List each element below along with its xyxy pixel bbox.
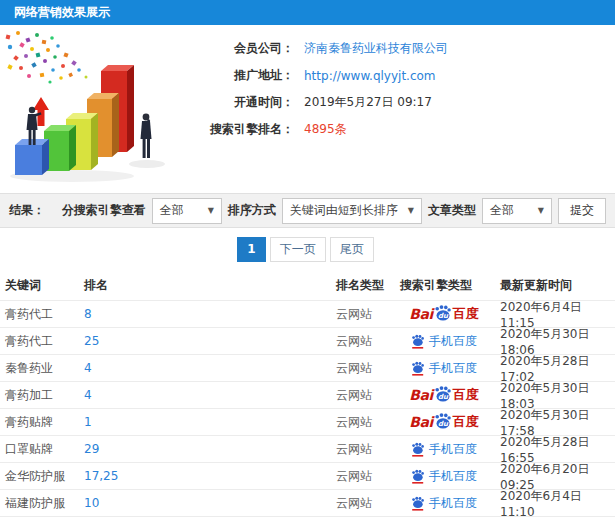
info-row-member: 会员公司： 济南秦鲁药业科技有限公司 — [186, 35, 448, 62]
filter-controls: 分搜索引擎查看 全部 ▼ 排序方式 关键词由短到长排序 ▼ 文章类型 全部 ▼ … — [62, 198, 606, 224]
mobile-baidu-logo: 手机百度 — [411, 333, 477, 350]
rank-type-cell: 云网站 — [336, 333, 396, 350]
rank-type-cell: 云网站 — [336, 468, 396, 485]
pagination: 1 下一页 尾页 — [0, 228, 615, 270]
table-row: 福建防护服 10 云网站 Bai du 百度 — [0, 489, 615, 516]
engine-rank-count: 4895条 — [304, 121, 347, 138]
promo-url-link[interactable]: http://www.qlyyjt.com — [304, 69, 436, 83]
baidu-paw-icon: du — [434, 386, 452, 402]
profile-section: 会员公司： 济南秦鲁药业科技有限公司 推广地址： http://www.qlyy… — [0, 25, 615, 193]
rank-type-cell: 云网站 — [336, 414, 396, 431]
table-header-row: 关键词 排名 排名类型 搜索引擎类型 最新更新时间 — [0, 270, 615, 300]
chevron-down-icon: ▼ — [208, 206, 214, 215]
header-engine-type: 搜索引擎类型 — [396, 277, 492, 294]
table-row: 膏药贴牌 1 云网站 Bai du 百度 — [0, 408, 615, 435]
rank-cell[interactable]: 4 — [84, 361, 336, 375]
member-company-label: 会员公司： — [186, 40, 294, 57]
baidu-paw-icon: du — [434, 413, 452, 429]
open-time-label: 开通时间： — [186, 94, 294, 111]
confetti-dots — [6, 31, 88, 84]
mobile-baidu-paw-icon — [411, 334, 425, 349]
engine-cell: Bai du 百度 — [396, 305, 492, 323]
mobile-baidu-paw-icon — [411, 442, 425, 457]
engine-cell: Bai du 百度 — [396, 333, 492, 350]
sort-filter-label: 排序方式 — [228, 202, 276, 219]
rank-type-cell: 云网站 — [336, 306, 396, 323]
engine-filter-select[interactable]: 全部 ▼ — [152, 198, 222, 224]
last-page-button[interactable]: 尾页 — [330, 237, 374, 262]
baidu-cn-text: 百度 — [453, 305, 479, 323]
header-rank-type: 排名类型 — [336, 277, 396, 294]
updated-cell: 2020年6月4日 11:10 — [492, 488, 615, 519]
table-body: 膏药代工 8 云网站 Bai du 百度 — [0, 300, 615, 516]
table-row: 膏药加工 4 云网站 Bai du 百度 — [0, 381, 615, 408]
filter-bar: 结果： 分搜索引擎查看 全部 ▼ 排序方式 关键词由短到长排序 ▼ 文章类型 全… — [0, 193, 615, 228]
submit-button[interactable]: 提交 — [558, 198, 606, 224]
baidu-du-text: du — [438, 420, 449, 428]
engine-cell: Bai du 百度 — [396, 386, 492, 404]
mobile-baidu-logo: 手机百度 — [411, 360, 477, 377]
page-title: 网络营销效果展示 — [14, 5, 110, 19]
rank-cell[interactable]: 1 — [84, 415, 336, 429]
mobile-baidu-text: 手机百度 — [429, 441, 477, 458]
mobile-baidu-paw-icon — [411, 469, 425, 484]
baidu-cn-text: 百度 — [453, 413, 479, 431]
mobile-baidu-text: 手机百度 — [429, 333, 477, 350]
engine-cell: Bai du 百度 — [396, 495, 492, 512]
baidu-logo: Bai du 百度 — [409, 305, 478, 323]
sort-filter-value: 关键词由短到长排序 — [290, 202, 398, 219]
table-row: 膏药代工 25 云网站 Bai du 百度 — [0, 327, 615, 354]
page-button-current[interactable]: 1 — [237, 237, 265, 262]
keyword-cell: 金华防护服 — [0, 468, 84, 485]
rank-cell[interactable]: 25 — [84, 334, 336, 348]
rank-cell[interactable]: 10 — [84, 496, 336, 510]
table-row: 金华防护服 17,25 云网站 Bai du 百度 — [0, 462, 615, 489]
chevron-down-icon: ▼ — [538, 206, 544, 215]
bar-chart-illustration-svg — [2, 29, 186, 189]
bar-blue — [15, 139, 49, 175]
keyword-cell: 膏药代工 — [0, 306, 84, 323]
engine-cell: Bai du 百度 — [396, 468, 492, 485]
info-row-engine-rank: 搜索引擎排名： 4895条 — [186, 116, 448, 143]
rank-type-cell: 云网站 — [336, 495, 396, 512]
engine-cell: Bai du 百度 — [396, 413, 492, 431]
engine-filter-value: 全部 — [160, 202, 184, 219]
keyword-cell: 膏药加工 — [0, 387, 84, 404]
rank-cell[interactable]: 29 — [84, 442, 336, 456]
baidu-bai-text: Bai — [409, 414, 432, 430]
keyword-cell: 膏药贴牌 — [0, 414, 84, 431]
engine-cell: Bai du 百度 — [396, 441, 492, 458]
baidu-logo: Bai du 百度 — [409, 386, 478, 404]
results-table: 关键词 排名 排名类型 搜索引擎类型 最新更新时间 膏药代工 8 云网站 Bai… — [0, 270, 615, 520]
mobile-baidu-logo: 手机百度 — [411, 468, 477, 485]
baidu-cn-text: 百度 — [453, 386, 479, 404]
page-header: 网络营销效果展示 — [0, 0, 615, 25]
baidu-logo: Bai du 百度 — [409, 413, 478, 431]
member-company-link[interactable]: 济南秦鲁药业科技有限公司 — [304, 40, 448, 57]
baidu-bai-text: Bai — [409, 306, 432, 322]
chevron-down-icon: ▼ — [408, 206, 414, 215]
keyword-cell: 膏药代工 — [0, 333, 84, 350]
mobile-baidu-text: 手机百度 — [429, 495, 477, 512]
open-time-value: 2019年5月27日 09:17 — [304, 94, 432, 111]
rank-cell[interactable]: 17,25 — [84, 469, 336, 483]
table-row: 秦鲁药业 4 云网站 Bai du 百度 — [0, 354, 615, 381]
result-label: 结果： — [9, 202, 45, 219]
account-info: 会员公司： 济南秦鲁药业科技有限公司 推广地址： http://www.qlyy… — [186, 25, 448, 193]
engine-filter-label: 分搜索引擎查看 — [62, 202, 146, 219]
mobile-baidu-paw-icon — [411, 361, 425, 376]
article-type-label: 文章类型 — [428, 202, 476, 219]
baidu-du-text: du — [438, 393, 449, 401]
article-type-select[interactable]: 全部 ▼ — [482, 198, 552, 224]
rank-cell[interactable]: 4 — [84, 388, 336, 402]
mobile-baidu-logo: 手机百度 — [411, 441, 477, 458]
baidu-bai-text: Bai — [409, 387, 432, 403]
engine-rank-label: 搜索引擎排名： — [186, 121, 294, 138]
table-row: 膏药代工 8 云网站 Bai du 百度 — [0, 300, 615, 327]
promo-url-label: 推广地址： — [186, 67, 294, 84]
sort-filter-select[interactable]: 关键词由短到长排序 ▼ — [282, 198, 422, 224]
next-page-button[interactable]: 下一页 — [270, 237, 326, 262]
article-type-value: 全部 — [490, 202, 514, 219]
rank-cell[interactable]: 8 — [84, 307, 336, 321]
info-row-url: 推广地址： http://www.qlyyjt.com — [186, 62, 448, 89]
